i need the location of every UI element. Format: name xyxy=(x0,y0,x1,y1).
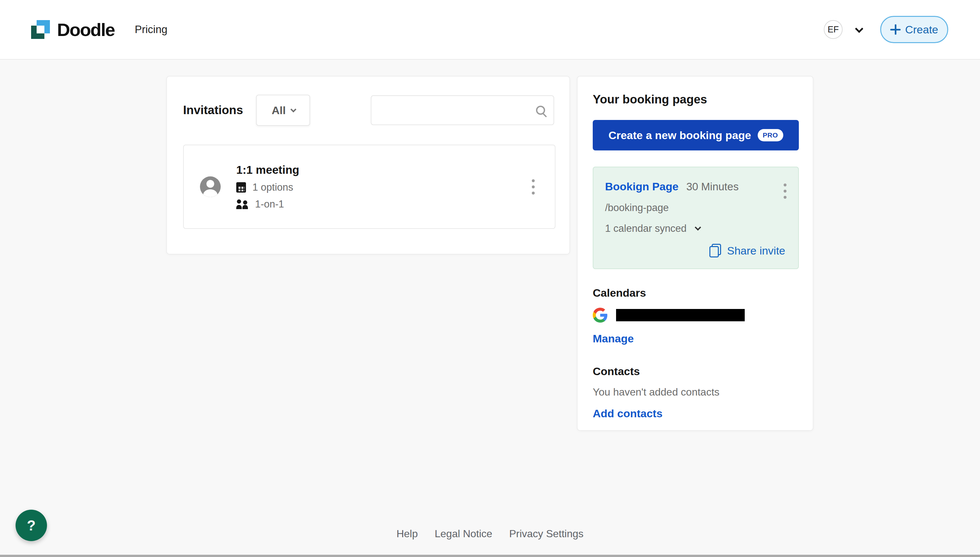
account-menu-toggle[interactable] xyxy=(856,26,861,33)
plus-icon xyxy=(890,24,900,35)
navbar-left: Doodle Pricing xyxy=(31,19,167,40)
google-icon xyxy=(593,308,608,322)
redacted-calendar-email xyxy=(616,309,745,321)
calendar-icon xyxy=(236,182,246,192)
booking-page-name-link[interactable]: Bookign Page xyxy=(605,180,679,193)
contacts-title: Contacts xyxy=(593,365,798,378)
contacts-empty-text: You haven't added contacts xyxy=(593,386,798,398)
meeting-type-row: 1-on-1 xyxy=(236,199,299,210)
meeting-info: 1:1 meeting 1 options 1-on-1 xyxy=(236,163,299,210)
user-avatar[interactable]: EF xyxy=(824,20,843,39)
question-mark-icon: ? xyxy=(27,518,36,534)
share-invite-link[interactable]: Share invite xyxy=(605,244,785,257)
chevron-down-icon xyxy=(694,224,701,231)
nav-pricing-link[interactable]: Pricing xyxy=(135,23,167,36)
manage-calendars-link[interactable]: Manage xyxy=(593,332,634,345)
pro-badge: PRO xyxy=(758,129,783,142)
create-button[interactable]: Create xyxy=(880,16,948,43)
create-booking-page-button[interactable]: Create a new booking page PRO xyxy=(593,120,799,150)
doodle-logo-icon xyxy=(31,20,50,39)
booking-page-header-row: Bookign Page 30 Minutes xyxy=(605,180,785,193)
invitations-toolbar: Invitations All xyxy=(183,94,554,126)
share-invite-label: Share invite xyxy=(727,244,785,257)
invitations-title: Invitations xyxy=(183,103,256,117)
horizontal-scrollbar[interactable] xyxy=(0,555,980,557)
booking-page-duration: 30 Minutes xyxy=(686,181,739,193)
invitations-search[interactable] xyxy=(371,95,554,125)
booking-page-kebab-menu[interactable] xyxy=(782,182,788,201)
navbar-right: EF Create xyxy=(824,16,948,43)
invitations-filter-dropdown[interactable]: All xyxy=(256,94,310,126)
contacts-section: Contacts You haven't added contacts Add … xyxy=(593,365,798,420)
participants-icon xyxy=(236,199,249,209)
filter-value: All xyxy=(271,104,286,117)
meeting-options-row: 1 options xyxy=(236,182,299,193)
meeting-kebab-menu[interactable] xyxy=(530,178,537,197)
footer-privacy-settings-link[interactable]: Privacy Settings xyxy=(509,528,583,540)
booking-pages-panel: Your booking pages Create a new booking … xyxy=(577,76,813,431)
footer-legal-notice-link[interactable]: Legal Notice xyxy=(435,528,492,540)
organizer-avatar-icon xyxy=(200,176,221,197)
booking-pages-title: Your booking pages xyxy=(593,93,798,106)
create-button-label: Create xyxy=(905,23,938,36)
booking-page-slug: /booking-page xyxy=(605,202,785,214)
calendars-section: Calendars Manage xyxy=(593,287,798,345)
calendar-sync-row[interactable]: 1 calendar synced xyxy=(605,223,785,235)
search-input[interactable] xyxy=(379,104,536,116)
add-contacts-link[interactable]: Add contacts xyxy=(593,407,662,420)
top-navbar: Doodle Pricing EF Create xyxy=(0,0,980,60)
doodle-logo[interactable]: Doodle xyxy=(31,19,115,40)
meeting-type-label: 1-on-1 xyxy=(255,199,284,210)
chevron-down-icon xyxy=(290,106,296,112)
doodle-dashboard: Doodle Pricing EF Create Invitations All xyxy=(0,0,980,557)
footer: Help Legal Notice Privacy Settings xyxy=(0,528,980,540)
copy-icon xyxy=(709,244,721,257)
chevron-down-icon xyxy=(855,24,863,33)
invitations-panel: Invitations All 1:1 meeting 1 options xyxy=(166,76,570,254)
calendar-sync-label: 1 calendar synced xyxy=(605,223,687,235)
footer-help-link[interactable]: Help xyxy=(397,528,418,540)
search-icon xyxy=(536,106,545,115)
help-fab-button[interactable]: ? xyxy=(16,510,47,541)
booking-page-card: Bookign Page 30 Minutes /booking-page 1 … xyxy=(593,167,799,269)
create-booking-page-label: Create a new booking page xyxy=(608,129,751,142)
brand-wordmark: Doodle xyxy=(57,19,115,40)
meeting-options-label: 1 options xyxy=(252,182,293,193)
invitation-list-item[interactable]: 1:1 meeting 1 options 1-on-1 xyxy=(183,145,556,229)
calendars-title: Calendars xyxy=(593,287,798,299)
calendar-account-row xyxy=(593,308,798,322)
meeting-title[interactable]: 1:1 meeting xyxy=(236,163,299,176)
